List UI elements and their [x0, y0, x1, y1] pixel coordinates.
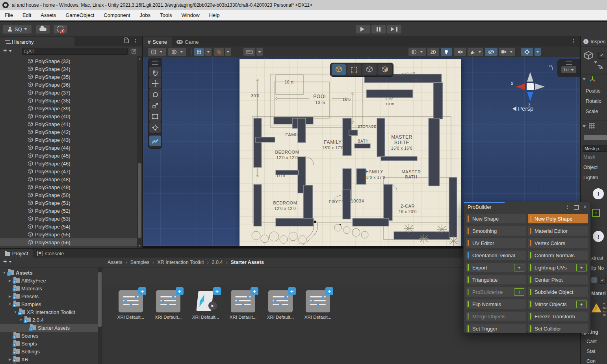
tool-handle-space-button[interactable] — [168, 48, 186, 56]
breadcrumb-item[interactable]: XR Interaction Toolkit — [158, 260, 212, 265]
step-button[interactable] — [387, 25, 401, 33]
cloud-button[interactable] — [36, 25, 50, 33]
menu-item[interactable]: Window — [176, 10, 204, 20]
kebab-menu-icon[interactable]: ⋮ — [571, 38, 576, 44]
tab-scene[interactable]: # Scene — [143, 37, 172, 46]
scale-tool-button[interactable] — [149, 100, 161, 111]
tree-item[interactable]: Scripts — [0, 340, 102, 347]
y-axis-cone[interactable] — [527, 72, 533, 82]
polyshape-tool-button[interactable] — [149, 136, 161, 146]
menu-item[interactable]: File — [0, 10, 18, 20]
probuilder-action-button[interactable]: Triangulate + — [466, 275, 526, 284]
hierarchy-scrollbar[interactable]: ▲ ▼ — [137, 56, 142, 248]
orientation-gizmo[interactable]: x z — [512, 69, 548, 104]
menu-item[interactable]: Assets — [36, 10, 61, 20]
measure-tool-dropdown[interactable] — [256, 48, 263, 56]
scene-lighting-button[interactable] — [441, 48, 452, 56]
probuilder-action-button[interactable]: Center Pivot + — [528, 275, 588, 284]
breadcrumb-item[interactable]: Assets — [108, 260, 130, 265]
expand-play-icon[interactable]: ▶ — [208, 301, 217, 310]
probuilder-action-button[interactable]: New Shape + — [466, 214, 526, 223]
menu-item[interactable]: Jobs — [135, 10, 155, 20]
search-input[interactable] — [28, 48, 127, 54]
hierarchy-item[interactable]: PolyShape (50) — [0, 191, 142, 199]
tree-item[interactable]: 2.0.4 — [0, 316, 102, 324]
plus-button[interactable]: + — [576, 301, 587, 308]
tree-item[interactable]: AllSkyFree — [0, 277, 102, 284]
tree-item[interactable]: Assets — [0, 269, 102, 277]
tree-arrow-icon[interactable] — [8, 358, 12, 361]
hierarchy-item[interactable]: PolyShape (33) — [0, 57, 142, 65]
asset-tile[interactable]: + XRI Default... — [300, 290, 336, 319]
close-icon[interactable]: × — [583, 204, 587, 210]
probuilder-titlebar[interactable]: ProBuilder ⋮ × — [464, 202, 590, 212]
camera-settings-button[interactable] — [499, 48, 515, 56]
probuilder-action-button[interactable]: ProBuilderize + — [466, 287, 526, 297]
menu-item[interactable]: GameObject — [61, 10, 99, 20]
active-checkbox[interactable]: ✓ — [598, 52, 605, 59]
breadcrumb-item[interactable]: 2.0.4 — [212, 260, 231, 265]
axis-cone[interactable] — [535, 84, 545, 90]
probuilder-action-button[interactable]: Lightmap UVs + — [528, 263, 588, 272]
component-checkbox[interactable]: ✓ — [599, 277, 606, 284]
kebab-menu-icon[interactable]: ⋮ — [565, 204, 570, 210]
rotate-tool-button[interactable] — [149, 89, 161, 100]
hierarchy-item[interactable]: PolyShape (45) — [0, 152, 142, 160]
probuilder-action-button[interactable]: Merge Objects + — [466, 312, 526, 321]
face-mode-button[interactable] — [378, 64, 392, 75]
tab-game[interactable]: Game — [172, 37, 203, 46]
asset-tile[interactable]: + XRI Default... — [113, 290, 149, 319]
tool-handle-pivot-button[interactable] — [148, 48, 166, 56]
scrollbar-thumb[interactable] — [98, 272, 102, 327]
hierarchy-item[interactable]: PolyShape (47) — [0, 167, 142, 175]
asset-tile[interactable]: + XRI Default... — [263, 290, 298, 319]
asset-tile[interactable]: + XRI Default... — [225, 290, 261, 319]
scene-picker-button[interactable] — [130, 48, 138, 55]
view-hand-tool-button[interactable] — [149, 67, 161, 78]
lock-icon[interactable] — [124, 39, 129, 43]
tree-arrow-icon[interactable] — [13, 310, 17, 314]
scene-visibility-button[interactable] — [485, 48, 497, 56]
hierarchy-item[interactable]: PolyShape (49) — [0, 183, 142, 191]
move-tool-button[interactable] — [149, 78, 161, 89]
tree-arrow-icon[interactable] — [2, 271, 6, 275]
edge-mode-button[interactable] — [362, 64, 377, 75]
hierarchy-search[interactable] — [22, 48, 128, 55]
hierarchy-item[interactable]: PolyShape (46) — [0, 160, 142, 167]
probuilder-action-button[interactable]: Orientation: Global + — [466, 251, 526, 260]
grid-snapping-dropdown[interactable] — [205, 48, 212, 56]
tree-item[interactable]: XR — [0, 355, 102, 363]
tree-item[interactable]: Presets — [0, 292, 102, 300]
tree-item[interactable]: XR Interaction Toolkit — [0, 308, 102, 316]
breadcrumb-item[interactable]: Starter Assets — [231, 260, 264, 265]
tree-item[interactable]: Starter Assets — [0, 324, 102, 332]
probuilder-action-button[interactable]: Vertex Colors + — [528, 238, 588, 248]
gizmo-center-cube[interactable] — [527, 83, 534, 90]
menu-item[interactable]: Component — [99, 10, 135, 20]
menu-item[interactable]: Help — [204, 10, 225, 20]
menu-item[interactable]: Tools — [155, 10, 176, 20]
tree-arrow-icon[interactable] — [8, 279, 12, 282]
scrollbar-thumb[interactable] — [138, 163, 141, 238]
inspector-field-bar[interactable] — [584, 135, 607, 140]
vertex-mode-button[interactable] — [347, 64, 361, 75]
snap-increment-button[interactable] — [214, 48, 224, 56]
menu-item[interactable]: Edit — [18, 10, 36, 20]
kebab-menu-icon[interactable]: ⋮ — [133, 38, 138, 44]
tree-item[interactable]: Samples — [0, 300, 102, 308]
hierarchy-item[interactable]: PolyShape (55) — [0, 230, 142, 238]
scroll-up-icon[interactable]: ▲ — [138, 57, 141, 60]
measure-tool-button[interactable] — [243, 48, 255, 56]
transform-tool-button[interactable] — [149, 122, 161, 133]
hierarchy-item[interactable]: PolyShape (54) — [0, 223, 142, 230]
tab-hierarchy[interactable]: Hierarchy — [0, 37, 74, 46]
hierarchy-item[interactable]: PolyShape (37) — [0, 89, 142, 97]
layers-dropdown[interactable]: Le — [561, 66, 576, 73]
collab-services-button[interactable]: ! — [54, 25, 67, 33]
object-mode-button[interactable] — [332, 64, 346, 75]
perspective-toggle[interactable]: Persp — [512, 105, 533, 112]
tree-scrollbar[interactable] — [98, 267, 102, 364]
tree-arrow-icon[interactable] — [8, 303, 12, 306]
foldout-arrow-icon[interactable] — [583, 125, 586, 129]
probuilder-action-button[interactable]: Export + — [466, 263, 526, 272]
